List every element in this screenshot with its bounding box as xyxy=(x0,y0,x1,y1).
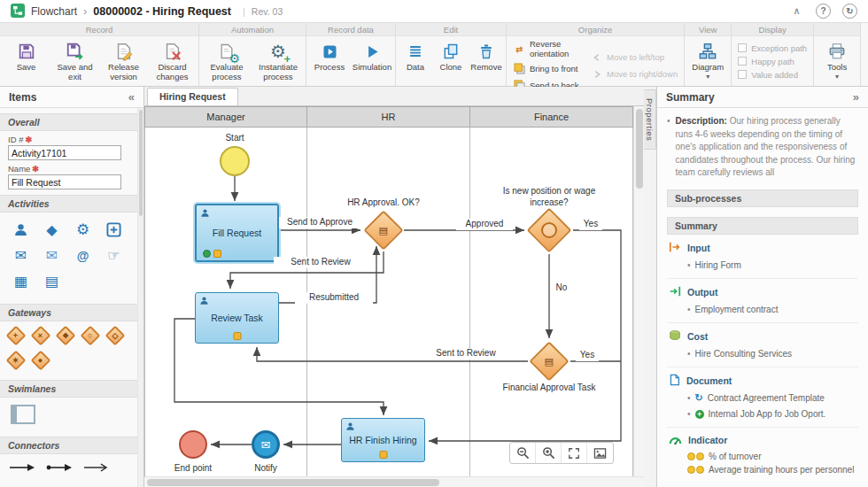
canvas-vscroll-thumb[interactable] xyxy=(636,109,643,189)
bullet-icon: • xyxy=(687,392,691,405)
revision-label: Rev. 03 xyxy=(252,6,283,17)
end-point-label: End point xyxy=(165,463,221,475)
activity-table-tool[interactable]: ▦ xyxy=(5,268,36,294)
activity-gateway-tool[interactable]: ◆ xyxy=(36,217,67,243)
tools-button[interactable]: Tools ▾ xyxy=(816,39,858,83)
topbar: Flowchart › 08000002 - Hiring Request | … xyxy=(0,0,868,23)
activities-palette: ◆ ⚙ ✉ ✉ @ ☞ ▦ ▤ xyxy=(0,213,138,298)
data-icon xyxy=(407,41,424,62)
bring-to-front-button[interactable]: Bring to front xyxy=(513,62,581,75)
instantiate-process-button[interactable]: ⚙+ Instantiate process xyxy=(252,39,304,83)
gateways-palette: + × ◆ ○ ◇ ✶ ● xyxy=(0,321,138,375)
save-button[interactable]: Save xyxy=(2,39,50,83)
event-ring-icon xyxy=(538,219,560,241)
description-label: Description: xyxy=(676,116,727,126)
activity-user-task-tool[interactable] xyxy=(5,217,36,243)
id-input[interactable] xyxy=(8,145,121,160)
gateway-parallel-tool[interactable]: + xyxy=(6,326,27,346)
diagram-canvas[interactable]: Manager HR Finance xyxy=(144,106,633,476)
discard-changes-button[interactable]: Discard changes xyxy=(148,39,197,83)
export-image-button[interactable] xyxy=(587,443,613,463)
section-gateways: Gateways xyxy=(0,304,143,321)
bring-to-front-icon xyxy=(513,62,526,75)
reverse-orientation-button[interactable]: ⇄ Reverse orientation xyxy=(513,39,581,58)
user-icon xyxy=(345,421,355,433)
checkbox-icon xyxy=(738,43,747,52)
remove-button[interactable]: Remove xyxy=(469,39,504,83)
start-label: Start xyxy=(208,133,261,144)
diagram-tabbar: Hiring Request xyxy=(144,87,644,106)
ribbon-group-label-display: Display xyxy=(732,23,813,36)
tab-properties[interactable]: Properties xyxy=(644,89,656,150)
gateway-event-tool[interactable]: ◇ xyxy=(105,326,126,346)
activity-manual-task-tool[interactable]: ☞ xyxy=(98,243,129,268)
diagram-button[interactable]: Diagram ▾ xyxy=(686,39,729,83)
gateway-instantiate-tool[interactable]: ● xyxy=(31,351,51,371)
discard-changes-icon xyxy=(163,41,182,62)
collapse-summary-panel-icon[interactable]: » xyxy=(853,90,859,104)
connector-default-tool[interactable] xyxy=(46,462,73,475)
zoom-in-button[interactable] xyxy=(536,443,562,463)
node-fill-request[interactable]: Fill Request xyxy=(195,204,279,262)
node-end-event[interactable] xyxy=(179,430,207,459)
activity-receive-message-tool[interactable]: ✉ xyxy=(36,243,67,268)
canvas-horizontal-scrollbar[interactable] xyxy=(144,476,644,487)
help-icon[interactable]: ? xyxy=(816,4,831,19)
document-icon xyxy=(669,374,680,388)
activity-email-tool[interactable]: @ xyxy=(67,243,98,268)
collapse-items-panel-icon[interactable]: « xyxy=(128,90,135,104)
items-scrollbar[interactable] xyxy=(137,108,143,487)
chevron-down-icon: ▾ xyxy=(835,73,839,81)
clone-button[interactable]: Clone xyxy=(433,39,469,83)
node-hr-finish-hiring[interactable]: HR Finish Hiring xyxy=(341,418,425,462)
zoom-out-button[interactable] xyxy=(510,443,536,463)
required-icon: ✱ xyxy=(32,164,39,174)
items-scrollbar-thumb[interactable] xyxy=(139,110,143,216)
name-input[interactable] xyxy=(8,174,121,189)
evaluate-process-button[interactable]: ⚙ Evaluate process xyxy=(201,39,252,83)
required-icon: ✱ xyxy=(25,135,32,144)
instantiate-process-icon: ⚙+ xyxy=(270,41,286,62)
node-start-event[interactable] xyxy=(220,146,250,176)
release-version-icon xyxy=(114,41,134,62)
refresh-icon[interactable]: ↻ xyxy=(842,4,857,19)
indicator-icon xyxy=(669,434,682,447)
canvas-vertical-scrollbar[interactable] xyxy=(633,106,644,476)
fit-to-screen-button[interactable] xyxy=(562,443,587,463)
activity-service-task-tool[interactable]: ⚙ xyxy=(67,217,98,243)
gateway-exclusive-event-tool[interactable]: ✶ xyxy=(6,351,27,371)
ribbon-group-view: View Diagram ▾ xyxy=(685,23,732,86)
process-button[interactable]: Process xyxy=(308,39,351,83)
list-item: •↻Contract Agreement Template xyxy=(687,392,856,405)
node-notify-event[interactable]: ✉ xyxy=(252,430,280,459)
evaluate-process-icon: ⚙ xyxy=(218,41,236,62)
activity-add-task-tool[interactable] xyxy=(98,217,129,243)
tab-hiring-request[interactable]: Hiring Request xyxy=(147,88,238,105)
activity-message-tool[interactable]: ✉ xyxy=(5,243,36,268)
data-button[interactable]: Data xyxy=(398,39,433,83)
canvas-hscroll-thumb[interactable] xyxy=(147,479,439,486)
save-and-exit-button[interactable]: Save and exit xyxy=(50,39,99,83)
activity-document-tool[interactable]: ▤ xyxy=(36,268,67,294)
gateway-complex-tool[interactable]: ◆ xyxy=(56,326,76,346)
breadcrumb-app[interactable]: Flowchart xyxy=(31,5,77,18)
ribbon-group-label-organize: Organize xyxy=(507,23,684,36)
edge-label-resubmitted: Resubmitted xyxy=(295,292,373,304)
happy-path-checkbox: Happy path xyxy=(738,57,807,66)
connector-association-tool[interactable] xyxy=(83,462,108,475)
summary-cost-section: Cost •Hire Consulting Services xyxy=(667,323,858,367)
simulation-button[interactable]: Simulation xyxy=(351,39,393,83)
release-version-button[interactable]: Release version xyxy=(99,39,148,83)
ribbon-group-record-data: Record data Process Simulation xyxy=(306,23,396,86)
node-review-task[interactable]: Review Task xyxy=(195,292,279,344)
gateway-inclusive-tool[interactable]: ○ xyxy=(81,326,101,346)
summary-document-section: Document •↻Contract Agreement Template •… xyxy=(667,367,858,428)
collapse-ribbon-icon[interactable]: ∧ xyxy=(789,4,804,19)
swimlane-tool[interactable] xyxy=(11,405,35,424)
list-item: % of turnover xyxy=(687,452,856,461)
kpi-icon xyxy=(687,466,695,474)
gateway-exclusive-tool[interactable]: × xyxy=(31,326,51,346)
move-to-left-top-button: Move to left/top xyxy=(590,50,678,64)
connector-sequence-tool[interactable] xyxy=(9,462,35,475)
save-and-exit-icon xyxy=(66,41,85,62)
